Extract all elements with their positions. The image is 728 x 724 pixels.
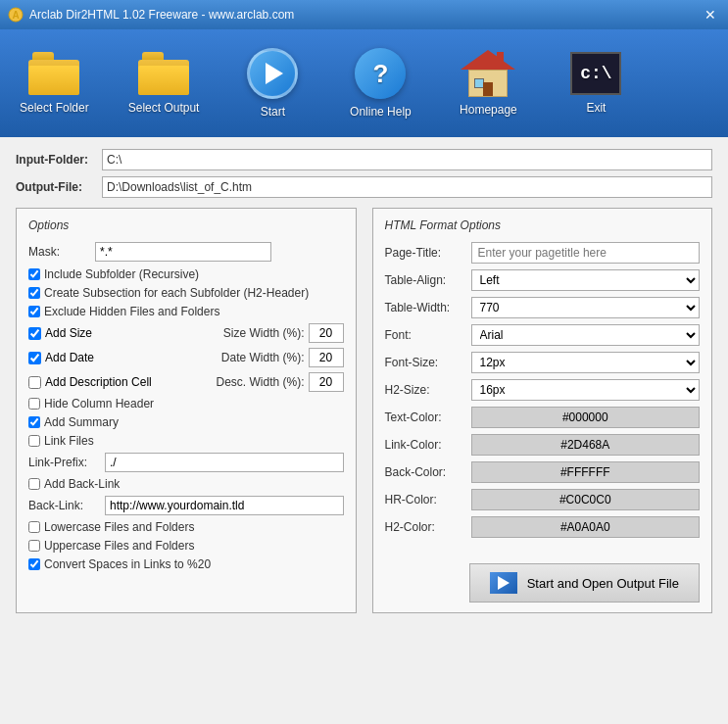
toolbar-select-folder[interactable]: Select Folder: [20, 52, 89, 115]
add-back-link-checkbox[interactable]: [28, 478, 40, 490]
uppercase-checkbox[interactable]: [28, 540, 40, 552]
hr-color-button[interactable]: #C0C0C0: [471, 489, 701, 510]
add-date-label[interactable]: Add Date: [45, 351, 94, 364]
link-prefix-row: Link-Prefix:: [28, 453, 344, 472]
table-width-select[interactable]: 770 800 1024 100%: [471, 297, 701, 318]
add-back-link-row: Add Back-Link: [28, 477, 344, 491]
size-width-input[interactable]: [309, 323, 344, 343]
convert-spaces-checkbox[interactable]: [28, 558, 40, 570]
back-color-label: Back-Color:: [385, 465, 463, 479]
add-summary-checkbox[interactable]: [28, 416, 40, 428]
add-size-label[interactable]: Add Size: [45, 326, 92, 340]
add-back-link-label[interactable]: Add Back-Link: [44, 477, 120, 491]
table-align-select[interactable]: Left Center Right: [471, 269, 701, 291]
h2-size-label: H2-Size:: [385, 383, 463, 397]
link-color-row: Link-Color: #2D468A: [385, 434, 701, 456]
link-color-label: Link-Color:: [385, 438, 463, 452]
table-align-row: Table-Align: Left Center Right: [385, 269, 701, 291]
h2-color-button[interactable]: #A0A0A0: [471, 516, 701, 538]
font-row: Font: Arial Verdana Tahoma Times New Rom…: [385, 324, 701, 346]
font-size-label: Font-Size:: [385, 356, 463, 369]
hide-header-label[interactable]: Hide Column Header: [44, 397, 154, 410]
convert-spaces-label[interactable]: Convert Spaces in Links to %20: [44, 557, 211, 571]
table-align-label: Table-Align:: [385, 273, 463, 287]
play-icon: [247, 48, 298, 99]
include-subfolder-checkbox[interactable]: [28, 268, 40, 280]
text-color-button[interactable]: #000000: [471, 407, 701, 428]
page-title-input[interactable]: [471, 242, 701, 264]
table-width-label: Table-Width:: [385, 301, 463, 314]
include-subfolder-label[interactable]: Include Subfolder (Recursive): [44, 267, 199, 281]
toolbar-homepage-label: Homepage: [460, 103, 517, 117]
uppercase-label[interactable]: Uppercase Files and Folders: [44, 539, 194, 553]
toolbar-exit[interactable]: c:\ Exit: [561, 52, 630, 115]
close-button[interactable]: ✕: [701, 5, 720, 24]
hr-color-row: HR-Color: #C0C0C0: [385, 489, 701, 510]
link-files-checkbox[interactable]: [28, 435, 40, 447]
toolbar-start[interactable]: Start: [238, 48, 307, 119]
toolbar-homepage[interactable]: Homepage: [454, 50, 522, 117]
lowercase-label[interactable]: Lowercase Files and Folders: [44, 520, 194, 534]
include-subfolder-row: Include Subfolder (Recursive): [28, 267, 344, 281]
date-width-input[interactable]: [309, 348, 344, 367]
lowercase-checkbox[interactable]: [28, 521, 40, 533]
toolbar-exit-label: Exit: [586, 101, 606, 115]
add-desc-row: Add Description Cell Desc. Width (%):: [28, 372, 344, 392]
add-desc-checkbox[interactable]: [28, 376, 41, 389]
font-size-row: Font-Size: 10px 11px 12px 14px: [385, 352, 701, 373]
hide-header-checkbox[interactable]: [28, 398, 40, 410]
app-icon: A: [8, 7, 24, 23]
arrow-icon: [490, 572, 517, 594]
font-size-select[interactable]: 10px 11px 12px 14px: [471, 352, 701, 373]
create-subsection-label[interactable]: Create Subsection for each Subfolder (H2…: [44, 286, 309, 300]
h2-color-row: H2-Color: #A0A0A0: [385, 516, 701, 538]
link-prefix-input[interactable]: [105, 453, 344, 472]
title-bar: A Arclab Dir2HTML 1.02 Freeware - www.ar…: [0, 0, 728, 29]
html-options-panel-title: HTML Format Options: [385, 218, 701, 232]
toolbar-select-output[interactable]: Select Output: [128, 52, 200, 115]
page-title-label: Page-Title:: [385, 246, 463, 260]
house-icon: [462, 50, 513, 97]
add-date-checkbox[interactable]: [28, 352, 41, 364]
hide-header-row: Hide Column Header: [28, 397, 344, 410]
exclude-hidden-label[interactable]: Exclude Hidden Files and Folders: [44, 305, 219, 318]
back-link-row: Back-Link:: [28, 496, 344, 515]
folder-output-icon: [138, 52, 189, 95]
link-files-row: Link Files: [28, 434, 344, 448]
link-color-button[interactable]: #2D468A: [471, 434, 701, 456]
add-size-checkbox[interactable]: [28, 327, 41, 340]
h2-size-select[interactable]: 14px 16px 18px 20px: [471, 379, 701, 401]
add-summary-row: Add Summary: [28, 415, 344, 429]
font-select[interactable]: Arial Verdana Tahoma Times New Roman: [471, 324, 701, 346]
hr-color-label: HR-Color:: [385, 493, 463, 507]
input-folder-field[interactable]: [102, 149, 712, 170]
exclude-hidden-checkbox[interactable]: [28, 306, 40, 317]
create-subsection-checkbox[interactable]: [28, 287, 40, 299]
text-color-row: Text-Color: #000000: [385, 407, 701, 428]
toolbar-online-help[interactable]: ? Online Help: [346, 48, 414, 119]
title-bar-left: A Arclab Dir2HTML 1.02 Freeware - www.ar…: [8, 7, 294, 23]
toolbar-select-output-label: Select Output: [128, 101, 200, 115]
link-files-label[interactable]: Link Files: [44, 434, 94, 448]
h2-color-label: H2-Color:: [385, 520, 463, 534]
desc-width-input[interactable]: [309, 372, 344, 392]
html-options-panel: HTML Format Options Page-Title: Table-Al…: [372, 208, 713, 613]
add-summary-label[interactable]: Add Summary: [44, 415, 119, 429]
output-file-label: Output-File:: [16, 180, 94, 194]
toolbar-select-folder-label: Select Folder: [20, 101, 89, 115]
create-subsection-row: Create Subsection for each Subfolder (H2…: [28, 286, 344, 300]
uppercase-row: Uppercase Files and Folders: [28, 539, 344, 553]
folder-icon: [28, 52, 79, 95]
add-desc-label[interactable]: Add Description Cell: [45, 375, 152, 389]
toolbar-online-help-label: Online Help: [350, 105, 412, 119]
exclude-hidden-row: Exclude Hidden Files and Folders: [28, 305, 344, 318]
back-color-button[interactable]: #FFFFFF: [471, 461, 701, 483]
back-link-input[interactable]: [105, 496, 344, 515]
back-link-label: Back-Link:: [28, 499, 97, 512]
start-output-button[interactable]: Start and Open Output File: [469, 563, 700, 603]
date-width-label: Date Width (%):: [221, 351, 305, 364]
table-width-row: Table-Width: 770 800 1024 100%: [385, 297, 701, 318]
output-file-field[interactable]: [102, 176, 712, 198]
svg-text:A: A: [12, 10, 19, 21]
mask-input[interactable]: [95, 242, 271, 262]
